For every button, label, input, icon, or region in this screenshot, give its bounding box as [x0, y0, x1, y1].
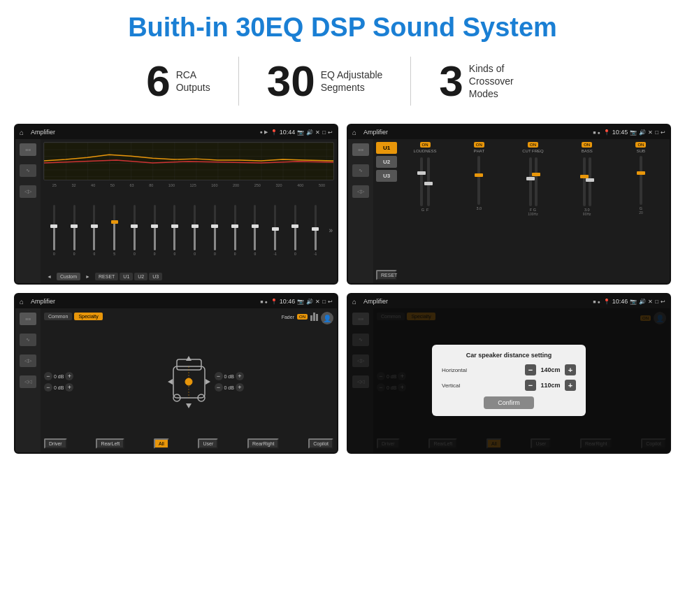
- plus-btn-right-0[interactable]: +: [236, 372, 244, 380]
- copilot-btn[interactable]: Copilot: [308, 438, 333, 449]
- u2-button[interactable]: U2: [134, 273, 147, 280]
- minus-btn-1[interactable]: −: [44, 383, 52, 392]
- vertical-minus[interactable]: −: [525, 380, 536, 391]
- u2-preset[interactable]: U2: [376, 156, 397, 168]
- user-btn[interactable]: User: [198, 438, 218, 449]
- horizontal-minus[interactable]: −: [525, 364, 536, 375]
- plus-btn-0[interactable]: +: [65, 372, 73, 380]
- phat-label: PHAT: [474, 149, 485, 153]
- cutfreq-slider1[interactable]: [529, 157, 532, 206]
- wave-icon-3[interactable]: ∿: [20, 334, 36, 346]
- phat-on[interactable]: ON: [474, 142, 484, 148]
- custom-button[interactable]: Custom: [57, 273, 80, 280]
- eq-slider-7[interactable]: 0: [185, 189, 204, 271]
- eq-slider-5[interactable]: 0: [145, 189, 164, 271]
- specialty-tab[interactable]: Specialty: [74, 313, 102, 320]
- eq-icon-2[interactable]: ≡≡: [352, 143, 369, 156]
- bass-on[interactable]: ON: [582, 142, 592, 148]
- stat-number-crossover: 3: [439, 59, 463, 103]
- u3-button[interactable]: U3: [149, 273, 162, 280]
- stat-number-rca: 6: [146, 59, 170, 103]
- location-icon-2: 📍: [603, 129, 610, 136]
- window-icon-3: □: [322, 299, 326, 305]
- plus-btn-1[interactable]: +: [65, 383, 73, 392]
- stat-label-rca: RCA Outputs: [176, 69, 210, 94]
- eq-slider-6[interactable]: 0: [166, 189, 185, 271]
- mode-bottom-bar: Driver RearLeft All User RearRight Copil…: [44, 438, 333, 449]
- screen1-time: 10:44: [280, 129, 296, 136]
- eq-slider-9[interactable]: 0: [226, 189, 245, 271]
- screen1-body: ≡≡ ∿ ◁▷: [15, 139, 337, 283]
- minus-btn-0[interactable]: −: [44, 372, 52, 380]
- reset-button[interactable]: RESET: [95, 273, 118, 280]
- stat-label-eq: EQ Adjustable Segments: [321, 69, 383, 94]
- phat-slider[interactable]: [477, 156, 480, 205]
- next-button[interactable]: ►: [82, 273, 94, 280]
- screen2-title: Amplifier: [363, 129, 590, 136]
- eq-slider-4[interactable]: 0: [125, 189, 144, 271]
- eq-slider-12[interactable]: 0: [286, 189, 305, 271]
- cutfreq-slider2[interactable]: [535, 157, 538, 206]
- rearright-btn[interactable]: RearRight: [247, 438, 280, 449]
- fader-on-badge[interactable]: ON: [297, 314, 308, 320]
- confirm-button[interactable]: Confirm: [484, 396, 534, 409]
- screen4-title: Amplifier: [363, 298, 590, 305]
- common-tab[interactable]: Common: [44, 313, 72, 320]
- eq-icon[interactable]: ≡≡: [20, 143, 36, 156]
- dot-icon-2: ■ ●: [593, 130, 600, 135]
- eq-slider-11[interactable]: -1: [266, 189, 284, 271]
- driver-btn[interactable]: Driver: [44, 438, 67, 449]
- more-icon[interactable]: »: [329, 227, 333, 234]
- sub-slider[interactable]: [640, 156, 642, 205]
- eq-slider-10[interactable]: 0: [246, 189, 265, 271]
- amp-reset-btn[interactable]: RESET: [376, 270, 397, 280]
- eq-slider-8[interactable]: 0: [206, 189, 224, 271]
- bass-slider2[interactable]: [589, 157, 591, 206]
- status-bar-1: ⌂ Amplifier ● ▶ 📍 10:44 📷 🔊 ✕ □ ↩: [15, 125, 337, 139]
- u1-button[interactable]: U1: [120, 273, 133, 280]
- location-icon: 📍: [271, 129, 277, 136]
- wave-icon-2[interactable]: ∿: [352, 164, 369, 177]
- prev-button[interactable]: ◄: [43, 273, 55, 280]
- horizontal-plus[interactable]: +: [565, 364, 576, 375]
- eq-slider-1[interactable]: 0: [65, 189, 84, 271]
- plus-btn-right-1[interactable]: +: [236, 383, 244, 392]
- vertical-plus[interactable]: +: [565, 380, 576, 391]
- loudness-slider1[interactable]: [420, 157, 423, 206]
- person-icon[interactable]: 👤: [321, 312, 333, 324]
- minus-btn-right-1[interactable]: −: [215, 383, 223, 392]
- speaker-icon-3[interactable]: ◁▷: [20, 354, 36, 367]
- bass-slider1[interactable]: [583, 157, 586, 206]
- cutfreq-on[interactable]: ON: [528, 142, 538, 148]
- wave-icon[interactable]: ∿: [20, 164, 36, 177]
- eq-freq-labels: 2532405063 80100125160200 250320400500: [43, 183, 334, 187]
- screen-amp: ⌂ Amplifier ■ ● 📍 10:45 📷 🔊 ✕ □ ↩ ≡≡ ∿ ◁…: [347, 124, 671, 285]
- eq-slider-2[interactable]: 0: [85, 189, 104, 271]
- all-btn[interactable]: All: [154, 438, 169, 449]
- speaker-icon-2[interactable]: ◁▷: [352, 185, 369, 198]
- eq-slider-0[interactable]: 0: [45, 189, 64, 271]
- eq-slider-13[interactable]: -1: [306, 189, 325, 271]
- loudness-slider2[interactable]: [427, 157, 430, 206]
- camera-icon-2: 📷: [630, 129, 637, 136]
- u3-preset[interactable]: U3: [376, 170, 397, 182]
- dot-icon-4: ■ ●: [593, 299, 600, 304]
- window-icon-4: □: [655, 299, 658, 305]
- sub-on[interactable]: ON: [635, 142, 646, 148]
- minus-btn-right-0[interactable]: −: [215, 372, 223, 380]
- window-icon-2: □: [655, 129, 658, 136]
- channel-icon-3[interactable]: ◁◁: [20, 375, 36, 388]
- dialog-confirm-row: Confirm: [442, 396, 576, 409]
- dialog-title: Car speaker distance setting: [442, 352, 576, 359]
- rearleft-btn[interactable]: RearLeft: [96, 438, 124, 449]
- screen1-title: Amplifier: [31, 129, 257, 136]
- screen4-time: 10:46: [612, 298, 628, 305]
- eq-slider-3[interactable]: 5: [105, 189, 124, 271]
- stats-row: 6 RCA Outputs 30 EQ Adjustable Segments …: [0, 50, 685, 118]
- speaker-icon[interactable]: ◁▷: [20, 185, 36, 198]
- screen-dialog: ⌂ Amplifier ■ ● 📍 10:46 📷 🔊 ✕ □ ↩ ≡≡ ∿ ◁…: [347, 293, 671, 454]
- u1-preset[interactable]: U1: [376, 142, 397, 154]
- mode-grid: − 0 dB + − 0 dB +: [44, 328, 333, 436]
- eq-icon-3[interactable]: ≡≡: [20, 313, 36, 325]
- loudness-on[interactable]: ON: [420, 142, 431, 148]
